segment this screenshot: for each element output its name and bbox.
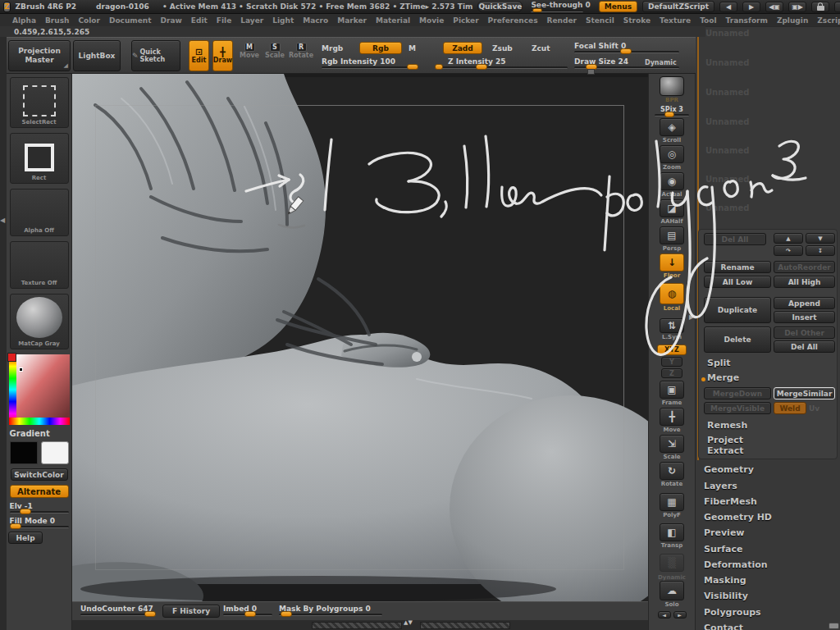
lock-icon[interactable] — [811, 2, 829, 12]
menu-zplugin[interactable]: Zplugin — [777, 16, 808, 25]
all-low-button[interactable]: All Low — [704, 276, 771, 288]
spix-handle[interactable] — [664, 112, 674, 117]
elv-handle[interactable] — [20, 509, 31, 514]
geometry-section-header[interactable]: Geometry — [704, 464, 754, 475]
visibility-section-header[interactable]: Visibility — [704, 591, 748, 601]
insert-button[interactable]: Insert — [774, 311, 835, 323]
alpha-rect-tile[interactable]: Rect — [10, 133, 69, 184]
geometry-hd-section-header[interactable]: Geometry HD — [704, 512, 772, 523]
subtool-up-icon[interactable]: ▲ — [774, 233, 803, 244]
rgb-intensity-slider[interactable]: Rgb Intensity 100 — [322, 57, 418, 69]
rgb-toggle[interactable]: Rgb — [359, 42, 402, 54]
spix-slider[interactable]: SPix 3 — [653, 105, 691, 116]
subtool-move-icon[interactable]: ↷ — [774, 245, 803, 256]
menu-picker[interactable]: Picker — [453, 16, 478, 25]
menu-movie[interactable]: Movie — [419, 16, 444, 25]
h-scrollbar-left[interactable] — [312, 622, 402, 629]
contact-section-header[interactable]: Contact — [704, 623, 743, 630]
m-toggle[interactable]: M — [409, 44, 416, 52]
subtool-last-icon[interactable]: ↧ — [806, 245, 835, 256]
focal-shift-slider[interactable]: Focal Shift 0 — [574, 42, 679, 53]
mask-by-polygroups-handle[interactable] — [281, 611, 292, 617]
palette-scroll-nub[interactable] — [829, 623, 839, 629]
rotate-mode-button[interactable]: RRotate — [290, 43, 313, 59]
h-scrollbar-right[interactable] — [420, 622, 510, 629]
zsub-toggle[interactable]: Zsub — [492, 44, 513, 52]
polyframe-button[interactable]: ▦PolyF — [660, 493, 684, 518]
menu-texture[interactable]: Texture — [660, 16, 691, 25]
persp-button[interactable]: ▤Persp — [660, 226, 684, 252]
menu-render[interactable]: Render — [547, 16, 577, 25]
deformation-section-header[interactable]: Deformation — [704, 559, 768, 570]
subtool-list-item[interactable]: Unnamed — [705, 58, 749, 67]
rgb-intensity-handle[interactable] — [407, 64, 418, 70]
left-divider-arrow-icon[interactable]: ◀ — [0, 217, 5, 224]
subtool-list-item[interactable]: Unnamed — [705, 29, 749, 38]
xyz-rotation-button[interactable]: XYZ — [657, 345, 687, 355]
menu-edit[interactable]: Edit — [191, 16, 208, 25]
document-canvas[interactable]: UndoCounter 647 F History Imbed 0 Mask B… — [72, 74, 648, 630]
secondary-color-swatch[interactable] — [41, 441, 69, 464]
z-intensity-handle[interactable] — [476, 64, 487, 70]
zcut-toggle[interactable]: Zcut — [532, 44, 550, 52]
weld-toggle[interactable]: Weld — [774, 402, 806, 414]
move-mode-button[interactable]: MMove — [239, 43, 260, 59]
scale-3d-button[interactable]: ⇲Scale — [660, 435, 684, 460]
all-high-button[interactable]: All High — [774, 276, 835, 288]
mrgb-toggle[interactable]: Mrgb — [322, 44, 343, 52]
shelf-scroll-right-icon[interactable]: ► — [673, 611, 687, 619]
merge-similar-button[interactable]: MergeSimilar — [774, 387, 835, 399]
menu-light[interactable]: Light — [272, 16, 294, 25]
surface-section-header[interactable]: Surface — [704, 544, 742, 555]
remesh-section-header[interactable]: Remesh — [707, 420, 747, 431]
copy-doc-right-icon[interactable]: ▣▶ — [788, 2, 806, 12]
saturation-square[interactable] — [16, 354, 70, 418]
menu-zscript[interactable]: Zscript — [817, 16, 840, 25]
prev-page-button[interactable]: ◀ — [719, 2, 737, 12]
del-all-top-button[interactable]: Del All — [704, 233, 766, 245]
elv-slider[interactable]: Elv -1 — [10, 502, 69, 514]
solo-button[interactable]: Dynamic ☁ Solo — [658, 573, 686, 608]
see-through-handle[interactable] — [532, 8, 542, 12]
subtool-list-item[interactable]: Unnamed — [705, 117, 749, 126]
actual-button[interactable]: ◉Actual — [660, 172, 684, 198]
move-3d-button[interactable]: ╋Move — [660, 408, 684, 433]
undo-counter-slider[interactable]: UndoCounter 647 — [80, 605, 156, 616]
alpha-off-tile[interactable]: Alpha Off — [10, 189, 69, 236]
menu-brush[interactable]: Brush — [45, 16, 69, 25]
del-other-button[interactable]: Del Other — [774, 326, 835, 339]
uv-toggle[interactable]: Uv — [809, 404, 819, 413]
bpr-render-button[interactable]: BPR — [660, 76, 684, 103]
del-all-button[interactable]: Del All — [774, 340, 835, 353]
autoreorder-button[interactable]: AutoReorder — [774, 261, 835, 273]
extract-section-header[interactable]: Extract — [707, 445, 744, 456]
copy-doc-left-icon[interactable]: ◀▣ — [765, 2, 783, 12]
gradient-label[interactable]: Gradient — [10, 429, 69, 438]
merge-down-button[interactable]: MergeDown — [704, 387, 771, 399]
alternate-button[interactable]: Alternate — [10, 485, 69, 498]
focal-shift-handle[interactable] — [620, 48, 632, 54]
menu-marker[interactable]: Marker — [337, 16, 367, 25]
menus-button[interactable]: Menus — [599, 1, 637, 12]
quick-sketch-button[interactable]: ✎ Quick Sketch — [131, 40, 180, 71]
menu-stroke[interactable]: Stroke — [623, 16, 651, 25]
quicksave-button[interactable]: QuickSave — [477, 1, 523, 12]
append-button[interactable]: Append — [774, 297, 835, 309]
menu-layer[interactable]: Layer — [240, 16, 263, 25]
lightbox-button[interactable]: LightBox — [73, 40, 121, 71]
subtool-list-item[interactable]: Unnamed — [705, 146, 749, 155]
floor-button[interactable]: ↓Floor — [660, 253, 684, 279]
stencil-square-toggle[interactable] — [587, 69, 595, 75]
default-zscript-button[interactable]: DefaultZScript — [642, 1, 714, 12]
help-button[interactable]: Help — [8, 532, 43, 544]
menu-color[interactable]: Color — [78, 16, 100, 25]
z-intensity-slider[interactable]: Z Intensity 25 — [435, 57, 568, 69]
preview-section-header[interactable]: Preview — [704, 527, 745, 538]
minimize-button[interactable]: ≍ — [834, 2, 840, 12]
scroll-button[interactable]: ◈Scroll — [660, 118, 684, 144]
fibermesh-section-header[interactable]: FiberMesh — [704, 496, 757, 507]
menu-file[interactable]: File — [217, 16, 231, 25]
scale-mode-button[interactable]: SScale — [264, 43, 285, 59]
z-rotation-button[interactable]: Z — [661, 368, 682, 378]
menu-preferences[interactable]: Preferences — [488, 16, 538, 25]
